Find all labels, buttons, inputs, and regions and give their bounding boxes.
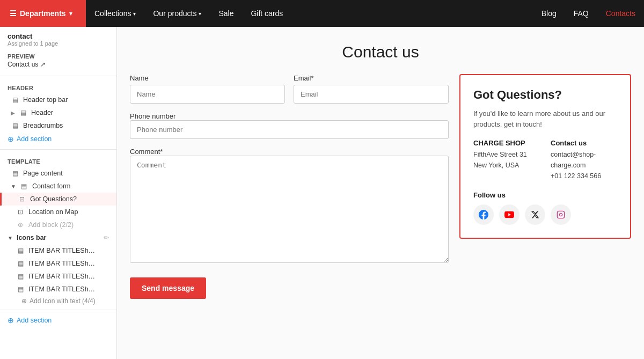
item-icon-2: ▤ (16, 260, 25, 267)
name-email-row: Name Email* (130, 74, 449, 104)
got-questions-card: Got Questions? If you'd like to learn mo… (459, 74, 631, 239)
email-label: Email* (294, 74, 449, 82)
template-section-label: Template (0, 153, 116, 167)
map-icon: ⊡ (16, 208, 25, 216)
sidebar-item-icons-bar-item-2[interactable]: ▤ ITEM BAR TITLEShare shippinn... (0, 257, 116, 270)
nav-gift-cards[interactable]: Gift cards (242, 0, 291, 27)
got-questions-info-row: CHARGE SHOP FifthAve Street 31 New York,… (473, 139, 617, 181)
page-icon: ▤ (11, 170, 19, 177)
block-icon: ⊡ (18, 195, 26, 203)
sidebar-item-got-questions[interactable]: ⊡ Got Questions? (0, 193, 116, 206)
sidebar-item-page-content[interactable]: ▤ Page content (0, 167, 116, 180)
collections-chevron: ▾ (133, 11, 136, 17)
preview-label: Preview (8, 53, 109, 60)
item-icon-4: ▤ (16, 285, 25, 293)
layout-icon-3: ▤ (11, 122, 19, 129)
comment-field-group: Comment* (130, 148, 449, 265)
social-icons-row (473, 204, 617, 225)
sidebar-item-contact-form[interactable]: ▼ ▤ Contact form (0, 180, 116, 193)
nav-our-products[interactable]: Our products ▾ (144, 0, 210, 27)
page-title: Contact us (130, 43, 631, 61)
x-twitter-icon[interactable] (525, 204, 545, 225)
layout-icon-2: ▤ (19, 109, 27, 116)
our-products-chevron: ▾ (199, 11, 201, 17)
sidebar-contact-title: contact (8, 32, 109, 40)
item-icon-3: ▤ (16, 273, 25, 280)
external-link-icon: ↗ (40, 61, 46, 68)
contact-form-column: Name Email* Phone number Comment* (130, 74, 449, 299)
departments-label: Departments (20, 9, 66, 18)
add-section-top-button[interactable]: ⊕ Add section (0, 132, 116, 146)
sidebar: contact Assigned to 1 page Preview Conta… (0, 27, 117, 359)
shop-heading: CHARGE SHOP (473, 139, 540, 147)
content-area: Contact us Name Email* Phone number (117, 27, 644, 359)
nav-collections[interactable]: Collections ▾ (86, 0, 144, 27)
layout-icon: ▤ (11, 96, 19, 104)
sidebar-header: contact Assigned to 1 page (0, 27, 116, 49)
icons-bar-arrow: ▼ (8, 235, 13, 241)
email-input[interactable] (294, 85, 449, 104)
menu-icon: ☰ (10, 9, 17, 18)
nav-blog[interactable]: Blog (533, 0, 565, 27)
comment-label: Comment* (130, 148, 163, 156)
phone-field-group: Phone number (130, 112, 449, 139)
item-icon-1: ▤ (16, 247, 25, 254)
nav-contacts[interactable]: Contacts (597, 0, 644, 27)
plus-icon: ⊕ (8, 135, 14, 143)
contact-details: contact@shop-charge.com +01 122 334 566 (551, 149, 617, 181)
name-input[interactable] (130, 85, 285, 104)
icons-bar-edit-button[interactable]: ✏ (104, 234, 109, 241)
contact-info-column: Contact us contact@shop-charge.com +01 1… (551, 139, 617, 181)
sidebar-item-icons-bar-item-4[interactable]: ▤ ITEM BAR TITLEShare shippinn... (0, 283, 116, 296)
sidebar-item-icons-bar[interactable]: ▼ Icons bar (8, 234, 46, 241)
add-section-bottom-button[interactable]: ⊕ Add section (0, 313, 116, 327)
follow-us-label: Follow us (473, 191, 617, 199)
sidebar-item-icons-bar-item-1[interactable]: ▤ ITEM BAR TITLEShare shippinn... (0, 244, 116, 257)
shop-address: FifthAve Street 31 New York, USA (473, 149, 540, 171)
sidebar-item-breadcrumbs[interactable]: ▤ Breadcrumbs (0, 119, 116, 132)
header-section-label: Header (0, 79, 116, 93)
youtube-icon[interactable] (499, 204, 519, 225)
preview-section: Preview Contact us ↗ (0, 49, 116, 72)
shop-info-column: CHARGE SHOP FifthAve Street 31 New York,… (473, 139, 540, 181)
add-icon-button[interactable]: ⊕ Add Icon with text (4/4) (0, 296, 116, 306)
top-navigation: ☰ Departments ▾ Collections ▾ Our produc… (0, 0, 644, 27)
nav-faq[interactable]: FAQ (565, 0, 597, 27)
departments-menu[interactable]: ☰ Departments ▾ (0, 0, 86, 27)
icons-bar-row: ▼ Icons bar ✏ (0, 231, 116, 244)
collapse-arrow: ▶ (11, 110, 15, 116)
got-questions-description: If you'd like to learn more about us and… (473, 108, 617, 129)
form-icon: ▤ (20, 182, 28, 190)
phone-label: Phone number (130, 112, 175, 120)
preview-link[interactable]: Contact us ↗ (8, 61, 109, 68)
contact-heading: Contact us (551, 139, 617, 147)
got-questions-title: Got Questions? (473, 88, 617, 102)
sidebar-item-header[interactable]: ▶ ▤ Header (0, 106, 116, 119)
contact-layout: Name Email* Phone number Comment* (130, 74, 631, 299)
add-icon-plus: ⊕ (21, 297, 27, 305)
add-block-icon: ⊕ (16, 221, 25, 229)
send-message-button[interactable]: Send message (130, 277, 206, 299)
name-label: Name (130, 74, 285, 82)
facebook-icon[interactable] (473, 204, 494, 225)
sidebar-item-icons-bar-item-3[interactable]: ▤ ITEM BAR TITLEShare shippinn... (0, 270, 116, 283)
sidebar-item-add-block[interactable]: ⊕ Add block (2/2) (0, 218, 116, 231)
instagram-icon[interactable] (551, 204, 571, 225)
sidebar-item-header-top-bar[interactable]: ▤ Header top bar (0, 93, 116, 106)
sidebar-contact-subtitle: Assigned to 1 page (8, 40, 109, 47)
comment-textarea[interactable] (130, 156, 449, 263)
email-field-group: Email* (294, 74, 449, 104)
name-field-group: Name (130, 74, 285, 104)
nav-sale[interactable]: Sale (210, 0, 242, 27)
sidebar-item-location-on-map[interactable]: ⊡ Location on Map (0, 206, 116, 218)
plus-icon-bottom: ⊕ (8, 316, 14, 325)
expand-arrow: ▼ (11, 184, 16, 189)
departments-chevron: ▾ (69, 10, 72, 17)
svg-rect-0 (557, 211, 564, 218)
phone-input[interactable] (130, 120, 449, 139)
